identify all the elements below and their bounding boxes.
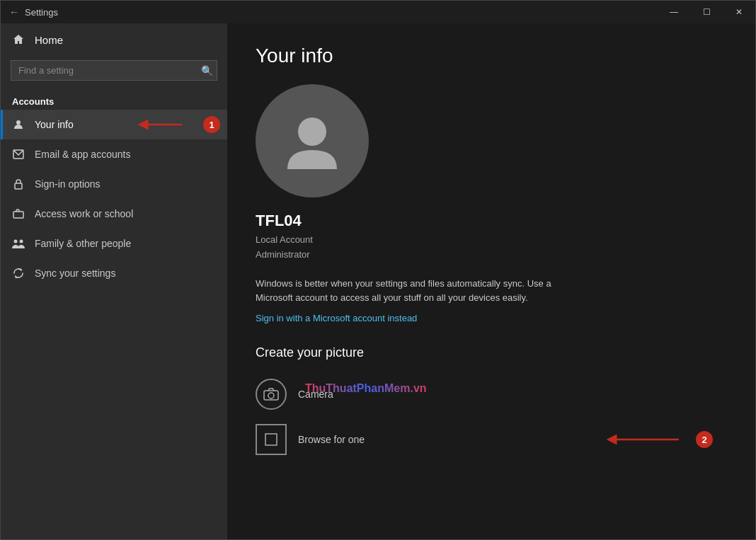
title-bar: ← Settings — ☐ ✕ [1,1,755,23]
home-label: Home [35,34,63,46]
search-input[interactable] [11,60,217,81]
account-type: Local Account Administrator [256,233,727,263]
title-bar-controls: — ☐ ✕ [658,1,755,23]
sidebar-item-email-app[interactable]: Email & app accounts [1,139,227,169]
avatar-person-icon [280,109,344,173]
annotation-2: 2 [608,431,713,448]
title-bar-left: ← Settings [9,6,58,18]
svg-point-6 [14,240,18,243]
signin-label: Sign-in options [35,178,101,190]
briefcase-icon [12,207,25,220]
annotation-arrow-1: 1 [139,116,220,133]
person-icon [12,118,25,131]
settings-window: ← Settings — ☐ ✕ Home 🔍 [0,0,756,540]
svg-rect-5 [13,212,23,218]
info-text: Windows is better when your settings and… [256,277,581,306]
username: TFL04 [256,212,727,230]
email-app-label: Email & app accounts [35,149,130,160]
close-button[interactable]: ✕ [723,1,755,23]
browse-icon-box [256,424,287,455]
minimize-button[interactable]: — [658,1,690,23]
avatar [256,84,369,197]
window-title: Settings [25,7,58,18]
search-box: 🔍 [11,60,217,81]
page-title: Your info [256,45,727,67]
create-picture-title: Create your picture [256,345,727,360]
sidebar-item-home[interactable]: Home [1,23,227,56]
right-panel: Your info TFL04 Local Account Administra… [227,23,755,539]
main-content: Home 🔍 Accounts Your info [1,23,755,539]
badge-2: 2 [696,431,713,448]
badge-1: 1 [203,116,220,133]
svg-rect-11 [265,434,277,445]
browse-icon [264,432,278,447]
svg-point-0 [16,120,21,125]
lock-icon [12,178,25,190]
search-icon[interactable]: 🔍 [201,65,213,76]
camera-label: Camera [298,389,333,400]
your-info-label: Your info [35,119,74,130]
maximize-button[interactable]: ☐ [690,1,723,23]
home-icon [12,33,25,46]
sidebar-item-family[interactable]: Family & other people [1,229,227,258]
sidebar-item-your-info[interactable]: Your info 1 [1,110,227,139]
sidebar-item-signin[interactable]: Sign-in options [1,169,227,199]
sidebar-item-sync[interactable]: Sync your settings [1,258,227,288]
sidebar-item-work-school[interactable]: Access work or school [1,199,227,229]
family-label: Family & other people [35,238,131,249]
browse-option[interactable]: Browse for one 2 [256,417,727,462]
camera-option[interactable]: Camera [256,372,727,417]
back-icon[interactable]: ← [9,6,19,18]
camera-icon-box [256,379,287,410]
svg-rect-4 [15,183,22,189]
svg-point-8 [298,117,326,146]
browse-label: Browse for one [298,434,365,445]
svg-point-7 [20,240,23,243]
sidebar: Home 🔍 Accounts Your info [1,23,227,539]
section-label: Accounts [1,91,227,110]
sync-label: Sync your settings [35,268,115,279]
family-icon [12,237,25,250]
email-icon [12,148,25,161]
ms-account-link[interactable]: Sign in with a Microsoft account instead [256,313,417,323]
sync-icon [12,267,25,280]
work-school-label: Access work or school [35,208,133,219]
camera-icon [263,388,279,401]
svg-point-10 [268,393,274,398]
